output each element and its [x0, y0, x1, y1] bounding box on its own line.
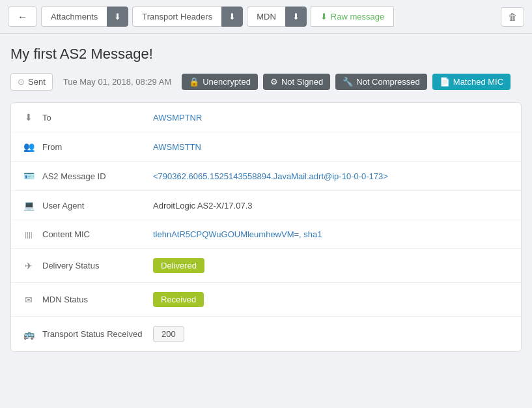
tag-unencrypted-label: Unencrypted — [203, 77, 251, 87]
lock-icon: 🔒 — [189, 77, 199, 87]
tab-mdn[interactable]: MDN — [247, 7, 285, 27]
sent-icon: ⊙ — [18, 77, 25, 87]
table-row: ⬇ To AWSMPTNR — [11, 103, 521, 132]
tag-not-compressed: 🔧 Not Compressed — [335, 74, 427, 90]
tab-group-attachments: Attachments ⬇ — [41, 7, 128, 27]
tab-group-transport: Transport Headers ⬇ — [132, 7, 243, 27]
tab-raw-message[interactable]: ⬇ Raw message — [311, 7, 394, 27]
table-row: 💻 User Agent AdroitLogic AS2-X/17.07.3 — [11, 191, 521, 220]
transport-status-label: Transport Status Received — [42, 329, 147, 339]
page-content: My first AS2 Message! ⊙ Sent Tue May 01,… — [0, 34, 532, 362]
message-id-icon: 🪪 — [21, 171, 36, 181]
detail-card: ⬇ To AWSMPTNR 👥 From AWSMSTTN 🪪 AS2 Mess… — [10, 102, 522, 352]
download-icon: ⬇ — [320, 12, 328, 22]
status-bar: ⊙ Sent Tue May 01, 2018, 08:29 AM 🔒 Unen… — [10, 73, 522, 91]
download-mdn-button[interactable]: ⬇ — [285, 7, 307, 27]
mdn-status-label: MDN Status — [42, 295, 147, 304]
tab-group-mdn: MDN ⬇ — [247, 7, 307, 27]
tag-not-signed-label: Not Signed — [281, 77, 323, 87]
wrench-icon: 🔧 — [343, 77, 353, 87]
delivery-status-badge: Delivered — [153, 258, 204, 273]
download-attachments-button[interactable]: ⬇ — [107, 7, 128, 27]
download-transport-button[interactable]: ⬇ — [221, 7, 243, 27]
from-value: AWSMSTTN — [153, 142, 201, 152]
gear-icon: ⚙ — [270, 77, 278, 87]
table-row: ✈ Delivery Status Delivered — [11, 249, 521, 283]
to-value: AWSMPTNR — [153, 113, 202, 123]
tag-unencrypted: 🔒 Unencrypted — [182, 74, 258, 90]
message-id-label: AS2 Message ID — [42, 171, 147, 181]
tag-not-signed: ⚙ Not Signed — [263, 74, 330, 90]
tab-attachments[interactable]: Attachments — [41, 7, 107, 27]
message-id-value: <790362.6065.1525143558894.JavaMail.adrt… — [153, 171, 388, 181]
from-label: From — [42, 142, 147, 152]
table-row: ✉ MDN Status Received — [11, 283, 521, 317]
table-row: 👥 From AWSMSTTN — [11, 132, 521, 162]
mdn-status-icon: ✉ — [21, 295, 36, 305]
table-row: 🪪 AS2 Message ID <790362.6065.1525143558… — [11, 162, 521, 191]
delete-button[interactable]: 🗑 — [501, 7, 524, 27]
content-mic-label: Content MIC — [42, 229, 147, 239]
tag-matched-mic: 📄 Matched MIC — [432, 74, 511, 90]
mdn-status-badge: Received — [153, 292, 204, 307]
to-icon: ⬇ — [21, 112, 36, 123]
tag-not-compressed-label: Not Compressed — [356, 77, 420, 87]
user-agent-icon: 💻 — [21, 200, 36, 211]
timestamp: Tue May 01, 2018, 08:29 AM — [58, 74, 176, 90]
sent-badge: ⊙ Sent — [10, 73, 53, 91]
to-label: To — [42, 113, 147, 123]
delivery-status-icon: ✈ — [21, 261, 36, 271]
content-mic-value: tlehnAtR5CPQWuGOUMleumhewVM=, sha1 — [153, 229, 322, 239]
doc-icon: 📄 — [440, 77, 450, 87]
tab-transport-headers[interactable]: Transport Headers — [132, 7, 221, 27]
page-title: My first AS2 Message! — [10, 46, 522, 63]
content-mic-icon: |||| — [21, 231, 36, 239]
tag-matched-mic-label: Matched MIC — [453, 77, 503, 87]
table-row: 🚌 Transport Status Received 200 — [11, 317, 521, 351]
user-agent-label: User Agent — [42, 201, 147, 211]
table-row: |||| Content MIC tlehnAtR5CPQWuGOUMleumh… — [11, 220, 521, 249]
user-agent-value: AdroitLogic AS2-X/17.07.3 — [153, 201, 253, 211]
sent-label: Sent — [28, 77, 46, 87]
back-button[interactable]: ← — [8, 7, 37, 27]
delivery-status-label: Delivery Status — [42, 261, 147, 270]
transport-status-icon: 🚌 — [21, 329, 36, 340]
transport-status-badge: 200 — [153, 326, 184, 342]
top-bar: ← Attachments ⬇ Transport Headers ⬇ MDN … — [0, 0, 532, 34]
raw-message-label: Raw message — [331, 12, 384, 22]
from-icon: 👥 — [21, 141, 36, 152]
